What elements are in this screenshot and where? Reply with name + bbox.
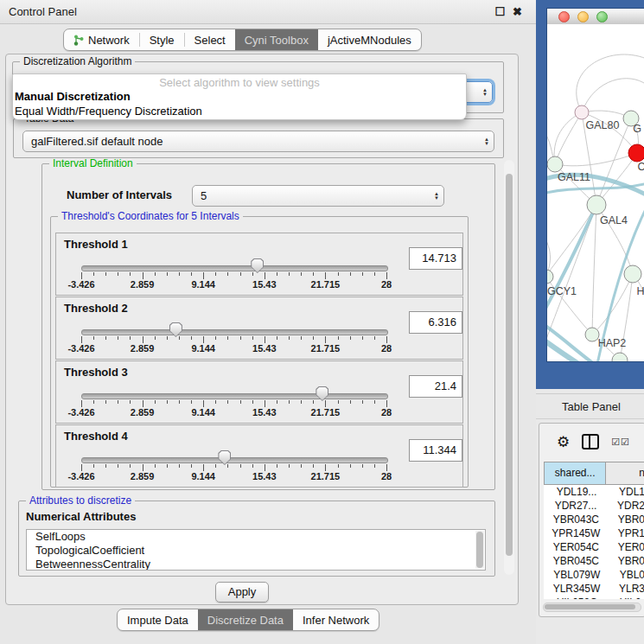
threshold-value-field[interactable]: 14.713: [409, 247, 462, 270]
network-edge[interactable]: [577, 54, 644, 112]
dropdown-option-manual[interactable]: Manual Discretization: [13, 89, 466, 104]
network-edge[interactable]: [582, 79, 644, 112]
threshold-box-1: Threshold 1-3.4262.8599.14415.4321.71528…: [55, 233, 463, 296]
checkboxes-icon[interactable]: ☑☑: [611, 437, 630, 448]
column-header-shared-name[interactable]: shared...: [545, 462, 606, 484]
settings-scrollbar[interactable]: [504, 160, 514, 575]
horizontal-scrollbar[interactable]: [543, 603, 641, 612]
slider-thumb[interactable]: [251, 258, 264, 273]
slider-thumb[interactable]: [169, 322, 182, 337]
table-row[interactable]: YER054CYER0: [544, 540, 644, 554]
network-edge[interactable]: [592, 205, 596, 335]
threshold-label: Threshold 1: [64, 238, 128, 251]
dropdown-hint: Select algorithm to view settings: [13, 74, 466, 89]
attribute-list-item[interactable]: SelfLoops: [27, 530, 485, 544]
node-label-h: H: [636, 285, 644, 297]
tab-select[interactable]: Select: [185, 29, 235, 50]
node-label-gal11: GAL11: [558, 171, 590, 183]
tab-cyni-toolbox[interactable]: Cyni Toolbox: [235, 29, 318, 50]
network-node-gal80[interactable]: [575, 105, 589, 119]
table-row[interactable]: YBR045CYBR0: [544, 554, 644, 568]
threshold-label: Threshold 4: [64, 430, 128, 443]
network-canvas[interactable]: GAL80GCGAL11GAL4GCY1HHAP2: [547, 24, 644, 361]
network-window: GAL80GCGAL11GAL4GCY1HHAP2: [536, 0, 644, 389]
cyni-toolbox-panel: Discretization Algorithm ▲▼ Select algor…: [5, 54, 519, 605]
column-split-icon[interactable]: [582, 434, 599, 450]
cell-name: YPR1: [609, 526, 644, 540]
table-row[interactable]: YBR043CYBR0: [544, 513, 644, 526]
network-node-gal11[interactable]: [547, 156, 563, 172]
tab-label: Discretize Data: [207, 614, 284, 627]
network-node-gcy1[interactable]: [547, 270, 553, 284]
cell-name: YBL0: [610, 568, 644, 582]
tab-impute-data[interactable]: Impute Data: [118, 609, 198, 630]
network-node-hap2[interactable]: [585, 328, 599, 341]
slider-thumb[interactable]: [316, 386, 328, 401]
network-node-h[interactable]: [624, 265, 641, 283]
gear-icon[interactable]: ⚙: [557, 433, 570, 451]
slider-track[interactable]: [81, 265, 388, 271]
column-header-name[interactable]: n: [606, 462, 644, 484]
minimize-traffic-light-icon[interactable]: [577, 11, 589, 22]
tab-jactivemnodules[interactable]: jActiveMNodules: [318, 29, 421, 50]
num-intervals-value: 5: [193, 189, 430, 202]
tab-label: Network: [88, 34, 130, 47]
apply-button[interactable]: Apply: [215, 582, 269, 603]
network-node-c[interactable]: [628, 144, 644, 162]
tab-discretize-data[interactable]: Discretize Data: [198, 609, 293, 630]
threshold-value-field[interactable]: 21.4: [409, 375, 462, 398]
zoom-traffic-light-icon[interactable]: [596, 11, 608, 22]
network-edge[interactable]: [555, 153, 637, 166]
control-panel: Control Panel ☐ ✖ NetworkStyleSelectCyni…: [0, 0, 536, 644]
tab-infer-network[interactable]: Infer Network: [293, 609, 379, 630]
network-node-gal4[interactable]: [587, 195, 606, 214]
control-panel-titlebar: Control Panel ☐ ✖: [0, 0, 536, 24]
table-data-group: Table Data galFiltered.sif default node …: [13, 118, 504, 158]
network-window-titlebar[interactable]: [547, 9, 644, 25]
bottom-tab-bar: Impute DataDiscretize DataInfer Network: [117, 609, 379, 631]
num-intervals-combobox[interactable]: 5 ▲▼: [192, 185, 444, 207]
cell-shared-name: YLR345W: [544, 582, 609, 596]
dropdown-option-equal-width[interactable]: Equal Width/Frequency Discretization: [13, 104, 466, 118]
list-scrollbar[interactable]: [475, 531, 484, 569]
table-row[interactable]: YDR27...YDR2: [544, 499, 644, 513]
attribute-list-item[interactable]: BetweennessCentrality: [27, 558, 485, 571]
table-row[interactable]: YPR145WYPR1: [544, 526, 644, 540]
num-intervals-label: Number of Intervals: [67, 188, 172, 201]
node-label-c: C: [637, 161, 644, 173]
network-edge[interactable]: [555, 112, 582, 164]
tab-style[interactable]: Style: [140, 29, 184, 50]
threshold-value-field[interactable]: 6.316: [409, 311, 462, 334]
table-panel-titlebar: Table Panel: [536, 393, 644, 419]
cell-shared-name: YDR27...: [544, 499, 608, 513]
attribute-list-item[interactable]: TopologicalCoefficient: [27, 544, 485, 558]
network-edge[interactable]: [596, 118, 631, 205]
table-row[interactable]: YDL19...YDL1: [544, 485, 644, 499]
slider-thumb[interactable]: [218, 450, 231, 465]
slider-scale-labels: -3.4262.8599.14415.4321.71528: [81, 469, 386, 481]
threshold-box-2: Threshold 2-3.4262.8599.14415.4321.71528…: [55, 296, 463, 360]
slider-track[interactable]: [81, 329, 388, 335]
float-icon[interactable]: ☐: [494, 6, 505, 17]
cell-shared-name: YIL052C: [544, 596, 610, 599]
network-node[interactable]: [612, 353, 628, 361]
slider-track[interactable]: [81, 457, 388, 463]
close-icon[interactable]: ✖: [513, 6, 522, 17]
network-edge[interactable]: [547, 205, 596, 315]
table-panel: ⚙ ☑☑ shared... n YDL19...YDL1YDR27...YDR…: [539, 423, 644, 617]
group-title: Interval Definition: [49, 158, 137, 170]
threshold-value-field[interactable]: 11.344: [409, 439, 462, 462]
tab-network[interactable]: Network: [64, 29, 139, 50]
network-edge[interactable]: [547, 205, 596, 346]
network-edge[interactable]: [547, 205, 596, 277]
table-row[interactable]: YLR345WYLR3: [544, 582, 644, 596]
network-graph: GAL80GCGAL11GAL4GCY1HHAP2: [547, 24, 644, 361]
close-traffic-light-icon[interactable]: [558, 11, 570, 22]
table-panel-title: Table Panel: [562, 400, 621, 413]
table-row[interactable]: YBL079WYBL0: [544, 568, 644, 582]
numerical-attributes-list[interactable]: SelfLoopsTopologicalCoefficientBetweenne…: [26, 529, 486, 571]
table-row[interactable]: YIL052CYIL0: [544, 596, 644, 599]
tab-label: Select: [194, 34, 226, 47]
slider-track[interactable]: [81, 393, 388, 399]
table-data-combobox[interactable]: galFiltered.sif default node ▲▼: [22, 131, 494, 152]
